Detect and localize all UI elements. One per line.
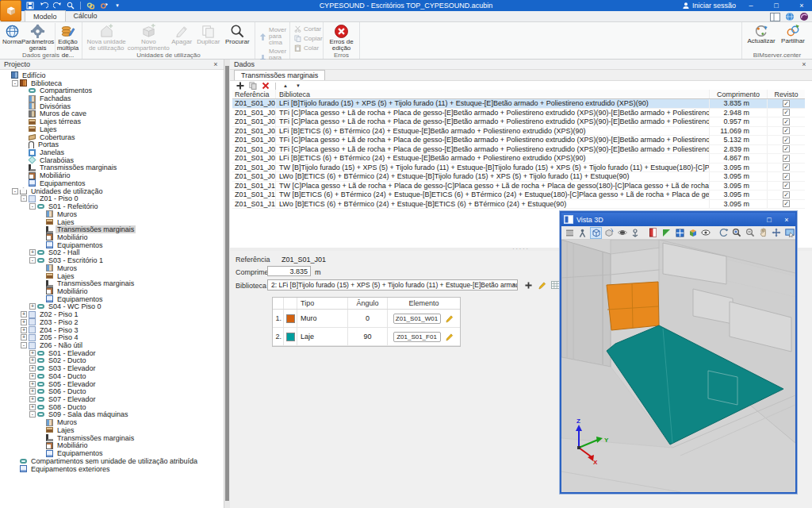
door-icon[interactable] (648, 227, 660, 239)
tree-item[interactable]: Muros (0, 210, 224, 218)
tree-item[interactable]: S06 - Ducto (0, 387, 224, 395)
tree-toggle[interactable] (21, 195, 27, 202)
tree-toggle[interactable] (29, 303, 36, 310)
save-icon[interactable] (25, 1, 36, 10)
table-row[interactable]: Z01_S01_J09 LWo [B]ETICS (6) + BTérmico … (232, 172, 805, 182)
tree-item[interactable]: S04 - WC Piso 0 (0, 303, 224, 311)
table-row[interactable]: Z01_S01_J10 TW [C]Placa gesso + Lã de ro… (232, 182, 805, 191)
delete-row-icon[interactable] (261, 82, 270, 90)
tree-item[interactable]: Z05 - Piso 4 (0, 333, 224, 341)
revisto-checkbox[interactable]: ✓ (783, 109, 790, 116)
table-row[interactable]: Z01_S01_J03 TFi [C]Placa gesso + Lã de r… (232, 117, 805, 127)
subtable-row[interactable]: 2. Laje 90 Z01_S01_F01 (273, 328, 460, 346)
dados-close-icon[interactable]: × (800, 60, 808, 68)
actualizar-button[interactable]: Actualizar (745, 23, 777, 52)
table-row[interactable]: Z01_S01_J08 TW [B]Tijolo furado (15) + X… (232, 164, 805, 173)
novo-compartimento-button[interactable]: Novo compartimento (128, 23, 169, 52)
tree-item[interactable]: S02 - Hall (0, 249, 224, 257)
viewport-3d[interactable]: Z Y X (561, 240, 795, 492)
tree-item[interactable]: Mobiliário (0, 287, 224, 295)
tree-item[interactable]: Muros (0, 264, 224, 272)
subtable-row[interactable]: 1. Muro 0 Z01_S01_W01 (273, 310, 460, 328)
tree-toggle[interactable] (21, 319, 27, 325)
table-row[interactable]: Z01_S01_J11 TW [B]ETICS (6) + BTérmico (… (232, 190, 805, 200)
move-cross-icon[interactable] (771, 227, 783, 239)
revisto-checkbox[interactable]: ✓ (783, 173, 790, 180)
tree-item[interactable]: S09 - Sala das máquinas (0, 411, 224, 419)
tree-item[interactable]: Mobiliário (0, 171, 224, 179)
projecto-close-icon[interactable]: × (212, 60, 220, 68)
move-row-down-icon[interactable]: ▼ (293, 82, 303, 90)
biblioteca-add-icon[interactable] (523, 279, 534, 291)
window-grid-icon[interactable] (674, 227, 686, 239)
tab-modelo[interactable]: Modelo (25, 10, 66, 21)
search-zoom-icon[interactable] (65, 1, 76, 10)
table-row[interactable]: Z01_S01_J04 LFi [B]ETICS (6) + BTérmico … (232, 127, 805, 137)
tree-item[interactable]: S07 - Elevador (0, 395, 224, 403)
tree-item[interactable]: Unidades de utilização (0, 187, 224, 195)
colar-button[interactable]: Colar (293, 44, 324, 52)
element-ref-button[interactable]: Z01_S01_W01 (393, 314, 441, 324)
tree-item[interactable]: Transmissões marginais (0, 279, 224, 287)
cortar-button[interactable]: Cortar (293, 25, 324, 33)
tree-item[interactable]: Lajes (0, 218, 224, 226)
person-view-icon[interactable] (577, 227, 589, 239)
revisto-checkbox[interactable]: ✓ (783, 155, 790, 162)
procurar-button[interactable]: Procurar (223, 23, 252, 52)
layout-panels-icon[interactable] (770, 13, 780, 23)
revisto-checkbox[interactable]: ✓ (783, 182, 790, 189)
biblioteca-select[interactable]: 2: LFi [B]Tijolo furado (15) + XPS (5) +… (267, 279, 518, 291)
tree-item[interactable]: Edifício (0, 71, 224, 79)
copiar-button[interactable]: Copiar (293, 34, 324, 43)
revisto-checkbox[interactable]: ✓ (783, 127, 790, 134)
tree-item[interactable]: Equipamentos exteriores (0, 465, 224, 473)
tree-item[interactable]: Equipamentos (0, 179, 224, 187)
tree-item[interactable]: Equipamentos (0, 295, 224, 303)
revisto-checkbox[interactable]: ✓ (783, 118, 790, 125)
vista3d-close-button[interactable]: × (778, 213, 795, 226)
redo-icon[interactable] (52, 1, 63, 10)
tree-scrollbar[interactable] (224, 60, 230, 508)
options-icon[interactable] (564, 227, 576, 239)
col-referencia[interactable]: Referência (232, 90, 275, 98)
mover-cima-button[interactable]: Mover para cima (258, 26, 289, 47)
table-row[interactable]: Z01_S01_J06 TFi [C]Placa gesso + Lã de r… (232, 145, 805, 155)
tree-toggle[interactable] (21, 327, 27, 333)
move-row-up-icon[interactable]: ▲ (281, 82, 290, 90)
customize-toolbar-icon[interactable]: ▾ (112, 1, 123, 10)
app-menu-button[interactable] (0, 0, 21, 21)
tree-item[interactable]: Compartimentos sem unidade de utilização… (0, 457, 224, 465)
table-row[interactable]: Z01_S01_J02 TFi [C]Placa gesso + Lã de r… (232, 109, 805, 118)
zoom-out-icon[interactable] (745, 227, 756, 239)
duplicar-button[interactable]: Duplicar (194, 23, 223, 52)
norma-button[interactable]: Norma (2, 23, 21, 52)
tree-toggle[interactable] (29, 396, 36, 402)
revisto-checkbox[interactable]: ✓ (783, 200, 790, 207)
turn-model-icon[interactable] (718, 227, 730, 239)
tree-item[interactable]: Muros de cave (0, 110, 224, 118)
col-comprimento[interactable]: Comprimento (709, 90, 767, 98)
tree-toggle[interactable] (29, 350, 36, 356)
element-edit-icon[interactable] (443, 313, 455, 324)
tree-item[interactable]: Lajes térreas (0, 117, 224, 125)
tree-item[interactable]: Transmissões marginais (0, 434, 224, 442)
tree-item[interactable]: S08 - Ducto (0, 403, 224, 411)
tree-toggle[interactable] (12, 80, 18, 87)
table-row[interactable]: Z01_S01_J12 LWo [B]ETICS (6) + BTérmico … (232, 200, 805, 210)
tree-item[interactable]: Z04 - Piso 3 (0, 326, 224, 334)
parametros-gerais-button[interactable]: Parâmetros gerais (21, 23, 54, 52)
table-row[interactable]: Z01_S01_J05 TFi [C]Placa gesso + Lã de r… (232, 136, 805, 145)
visibility-eye-icon[interactable] (700, 227, 712, 239)
revisto-checkbox[interactable]: ✓ (783, 137, 790, 144)
revisto-checkbox[interactable]: ✓ (783, 145, 790, 152)
tree-item[interactable]: Z02 - Piso 1 (0, 310, 224, 318)
undo-icon[interactable] (38, 1, 49, 10)
corner-plane-icon[interactable] (661, 227, 672, 239)
close-button[interactable]: × (791, 0, 812, 11)
pan-hand-icon[interactable] (757, 227, 769, 239)
tree-scrollbar-thumb[interactable] (225, 66, 229, 501)
tree-toggle[interactable] (21, 311, 27, 318)
maximize-button[interactable]: □ (766, 0, 787, 11)
tree-toggle[interactable] (29, 411, 36, 418)
tree-item[interactable]: S01 - Elevador (0, 349, 224, 357)
